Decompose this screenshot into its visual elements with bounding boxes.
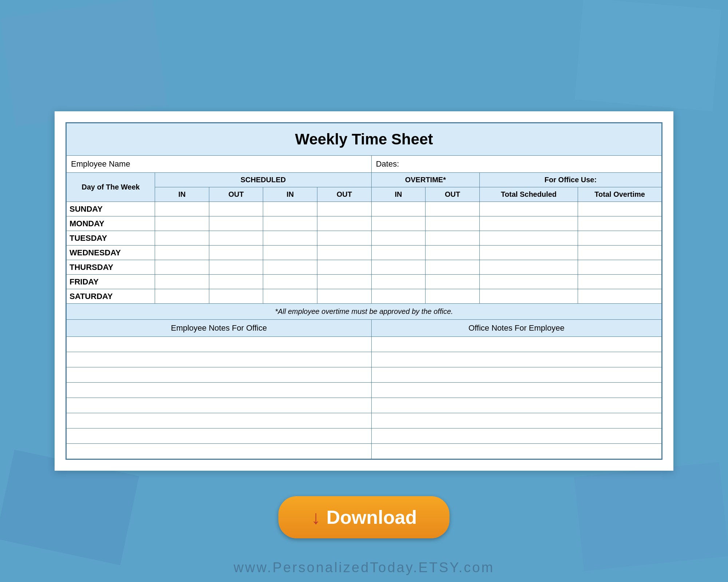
employee-note-4[interactable]: [67, 383, 372, 398]
employee-note-8[interactable]: [67, 444, 372, 459]
timesheet: Weekly Time Sheet Employee Name Dates: D…: [66, 122, 662, 460]
dates-field[interactable]: Dates:: [371, 156, 661, 173]
employee-row: Employee Name Dates:: [67, 156, 662, 173]
wednesday-out2[interactable]: [317, 246, 372, 260]
thursday-in1[interactable]: [155, 260, 209, 275]
monday-total-ot[interactable]: [578, 216, 662, 231]
tuesday-out2[interactable]: [317, 231, 372, 246]
friday-in1[interactable]: [155, 275, 209, 289]
thursday-out1[interactable]: [209, 260, 263, 275]
sunday-total-sched[interactable]: [479, 202, 578, 216]
saturday-ot-in[interactable]: [371, 289, 426, 304]
office-note-2[interactable]: [371, 352, 661, 367]
header-row-1: Day of The Week SCHEDULED OVERTIME* For …: [67, 173, 662, 187]
monday-label: MONDAY: [67, 216, 155, 231]
office-note-3[interactable]: [371, 367, 661, 383]
saturday-out2[interactable]: [317, 289, 372, 304]
thursday-total-ot[interactable]: [578, 260, 662, 275]
thursday-in2[interactable]: [263, 260, 317, 275]
office-note-5[interactable]: [371, 398, 661, 413]
monday-ot-in[interactable]: [371, 216, 426, 231]
monday-out1[interactable]: [209, 216, 263, 231]
notes-row-7: [67, 428, 662, 444]
friday-total-sched[interactable]: [479, 275, 578, 289]
employee-note-5[interactable]: [67, 398, 372, 413]
footer-text: www.PersonalizedToday.ETSY.com: [0, 560, 728, 575]
employee-notes-header: Employee Notes For Office: [67, 320, 372, 337]
wednesday-label: WEDNESDAY: [67, 246, 155, 260]
wednesday-ot-out[interactable]: [426, 246, 480, 260]
wednesday-in2[interactable]: [263, 246, 317, 260]
thursday-ot-in[interactable]: [371, 260, 426, 275]
friday-ot-out[interactable]: [426, 275, 480, 289]
sunday-ot-out[interactable]: [426, 202, 480, 216]
thursday-ot-out[interactable]: [426, 260, 480, 275]
wednesday-total-sched[interactable]: [479, 246, 578, 260]
employee-note-3[interactable]: [67, 367, 372, 383]
thursday-total-sched[interactable]: [479, 260, 578, 275]
monday-total-sched[interactable]: [479, 216, 578, 231]
tuesday-ot-out[interactable]: [426, 231, 480, 246]
disclaimer-text: *All employee overtime must be approved …: [67, 304, 662, 320]
saturday-out1[interactable]: [209, 289, 263, 304]
office-note-6[interactable]: [371, 413, 661, 428]
wednesday-in1[interactable]: [155, 246, 209, 260]
employee-note-2[interactable]: [67, 352, 372, 367]
tuesday-out1[interactable]: [209, 231, 263, 246]
wednesday-ot-in[interactable]: [371, 246, 426, 260]
office-note-7[interactable]: [371, 428, 661, 444]
wednesday-out1[interactable]: [209, 246, 263, 260]
tuesday-in2[interactable]: [263, 231, 317, 246]
thursday-out2[interactable]: [317, 260, 372, 275]
friday-out1[interactable]: [209, 275, 263, 289]
tuesday-total-ot[interactable]: [578, 231, 662, 246]
total-scheduled-header: Total Scheduled: [479, 187, 578, 202]
thursday-row: THURSDAY: [67, 260, 662, 275]
title-row: Weekly Time Sheet: [67, 123, 662, 156]
download-container: ↓ Download: [278, 496, 450, 538]
notes-row-8: [67, 444, 662, 459]
office-notes-header: Office Notes For Employee: [371, 320, 661, 337]
notes-row-4: [67, 383, 662, 398]
wednesday-total-ot[interactable]: [578, 246, 662, 260]
monday-ot-out[interactable]: [426, 216, 480, 231]
friday-row: FRIDAY: [67, 275, 662, 289]
out2-header: OUT: [317, 187, 372, 202]
office-note-1[interactable]: [371, 337, 661, 352]
saturday-ot-out[interactable]: [426, 289, 480, 304]
employee-note-1[interactable]: [67, 337, 372, 352]
notes-row-6: [67, 413, 662, 428]
employee-note-7[interactable]: [67, 428, 372, 444]
saturday-total-sched[interactable]: [479, 289, 578, 304]
disclaimer-row: *All employee overtime must be approved …: [67, 304, 662, 320]
friday-total-ot[interactable]: [578, 275, 662, 289]
sunday-in1[interactable]: [155, 202, 209, 216]
employee-note-6[interactable]: [67, 413, 372, 428]
sunday-total-ot[interactable]: [578, 202, 662, 216]
sunday-ot-in[interactable]: [371, 202, 426, 216]
saturday-total-ot[interactable]: [578, 289, 662, 304]
tuesday-total-sched[interactable]: [479, 231, 578, 246]
office-note-4[interactable]: [371, 383, 661, 398]
tuesday-row: TUESDAY: [67, 231, 662, 246]
sunday-in2[interactable]: [263, 202, 317, 216]
friday-out2[interactable]: [317, 275, 372, 289]
saturday-in2[interactable]: [263, 289, 317, 304]
out3-header: OUT: [426, 187, 480, 202]
download-button[interactable]: ↓ Download: [278, 496, 450, 538]
overtime-header: OVERTIME*: [371, 173, 479, 187]
sunday-label: SUNDAY: [67, 202, 155, 216]
friday-in2[interactable]: [263, 275, 317, 289]
tuesday-in1[interactable]: [155, 231, 209, 246]
employee-name-field[interactable]: Employee Name: [67, 156, 372, 173]
monday-out2[interactable]: [317, 216, 372, 231]
saturday-in1[interactable]: [155, 289, 209, 304]
friday-ot-in[interactable]: [371, 275, 426, 289]
sunday-out2[interactable]: [317, 202, 372, 216]
monday-in1[interactable]: [155, 216, 209, 231]
sunday-out1[interactable]: [209, 202, 263, 216]
office-note-8[interactable]: [371, 444, 661, 459]
monday-in2[interactable]: [263, 216, 317, 231]
tuesday-ot-in[interactable]: [371, 231, 426, 246]
download-arrow-icon: ↓: [311, 506, 321, 528]
